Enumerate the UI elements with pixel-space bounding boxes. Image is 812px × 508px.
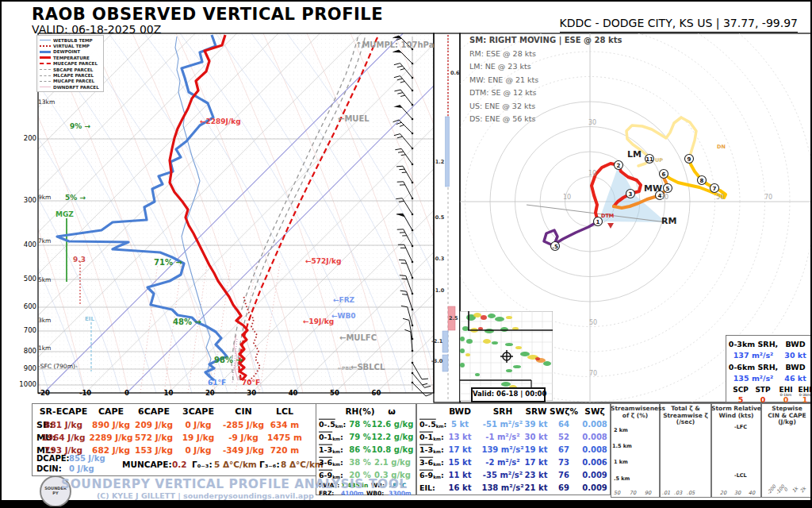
srh03-label: 0-3km SRH,: [729, 341, 778, 348]
frz-label: FRZ:: [319, 491, 334, 497]
hodograph-label-dtm: DTM: [601, 214, 614, 219]
thermo-value: 1964 J/kg: [41, 433, 85, 442]
height-label: 5km: [38, 277, 51, 283]
mini-panel-ylabel: -LCL: [734, 473, 747, 479]
kinematics-value: 139 m²/s²: [481, 446, 523, 454]
svg-text:2: 2: [617, 163, 621, 169]
kinematics-value: 0.006: [582, 459, 607, 467]
omega-value: -0.3: [433, 256, 444, 262]
kinematics-value: 5 kt: [451, 421, 469, 429]
height-label: 13km: [38, 99, 55, 106]
temp-tick-label: 60: [368, 390, 384, 397]
mini-panel-tick: .03: [672, 491, 684, 496]
legend-swatch: [40, 56, 51, 59]
rh-row-label: 3-6km:: [319, 459, 343, 468]
storm-motion-line-4: DTM: SE @ 12 kts: [469, 89, 536, 97]
svg-text:30: 30: [661, 194, 668, 201]
bwd06-label: BWD: [785, 364, 805, 371]
composite-value: 0: [760, 396, 766, 404]
temp-tick-label: -20: [36, 390, 52, 397]
svg-text:70: 70: [764, 194, 772, 201]
skewt-legend: WETBULB TEMPVIRTUAL TEMPDEWPOINTTEMPERAT…: [36, 35, 104, 92]
skewt-annotation: 9% →: [70, 123, 90, 130]
kinematics-value: 17 kt: [449, 446, 472, 454]
kinematics-value: 0.008: [582, 421, 607, 429]
kinematics-value: 13 kt: [449, 433, 472, 441]
legend-label: WETBULB TEMP: [53, 38, 93, 43]
skewt-annotation: 98% →: [214, 356, 243, 364]
legend-label: DWNDRFT PARCEL: [53, 85, 99, 90]
svg-text:10: 10: [563, 194, 571, 201]
svg-text:8: 8: [700, 178, 704, 184]
omega-value: 10.8 g/kg: [372, 446, 414, 454]
thermo-value: 881 J/kg: [44, 421, 82, 429]
kinematics-value: 16 kt: [449, 484, 472, 492]
kinematics-value: 0.008: [582, 433, 607, 441]
thermo-value: 19 J/kg: [182, 433, 215, 442]
svg-text:11: 11: [645, 156, 653, 163]
skewt-annotation: ←19J/kg: [303, 318, 334, 325]
kinematics-value: 23 kt: [525, 471, 548, 479]
mini-panel-title: Storm RelativeWind (kts): [711, 406, 761, 419]
omega-value: -3.0: [431, 359, 442, 364]
rh-value: 38 %: [349, 459, 370, 467]
legend-item: SBCAPE PARCEL: [40, 67, 102, 72]
rh-value: 86 %: [349, 446, 370, 454]
skewt-annotation: ←2289J/kg: [200, 118, 241, 125]
legend-swatch: [40, 63, 51, 64]
kinematics-row-label: EIL:: [419, 484, 435, 492]
svg-text:1: 1: [596, 219, 600, 225]
dcin-label: DCIN:: [36, 465, 62, 473]
skewt-annotation: ←MULFC: [339, 334, 377, 342]
hodograph-label-rm: RM: [661, 217, 676, 225]
legend-swatch: [40, 51, 51, 53]
mini-panel-title: Streamwisenessof ζ (%): [611, 406, 660, 419]
thermo-value: 153 J/kg: [135, 446, 173, 455]
height-label: 1km: [38, 345, 51, 352]
storm-motion-line-5: US: ENE @ 32 kts: [469, 102, 535, 110]
svg-text:50: 50: [716, 194, 724, 201]
thermo-value: 0 J/kg: [185, 421, 211, 429]
skewt-annotation: ←FRZ: [333, 297, 354, 304]
skewt-annotation: ←572J/kg: [305, 258, 341, 265]
rh-header: RH(%): [346, 407, 375, 416]
svg-text:5: 5: [666, 186, 670, 192]
bwd03-label: BWD: [785, 341, 805, 348]
kinematics-header: SWζ%: [550, 407, 578, 416]
srh06-value: 135 m²/s²: [733, 375, 773, 383]
temp-tick-label: 10: [160, 390, 176, 397]
omega-value: 12.2 g/kg: [372, 433, 414, 441]
muncape-value: 0.2: [172, 460, 187, 469]
thermo-header: CIN: [235, 407, 251, 416]
temp-tick-label: 20: [202, 390, 218, 397]
mini-panel-tick: 20: [717, 491, 730, 496]
kinematics-value: -2 m²/s²: [485, 459, 519, 467]
thermo-value: 682 J/kg: [92, 446, 130, 455]
mini-panel-ylabel: 2 km: [614, 428, 628, 433]
kinematics-value: 19 kt: [525, 446, 548, 454]
skewt-annotation: MGZ: [56, 211, 74, 218]
svg-text:.5: .5: [552, 244, 558, 250]
bwd03-value: 30 kt: [784, 352, 806, 360]
kinematics-value: 17 kt: [525, 459, 548, 467]
skewt-annotation: 70°F: [242, 379, 260, 387]
wetbulb-trace: [175, 37, 213, 380]
app-window: .5123456789111010303050705070 RAOB OBSER…: [0, 0, 812, 508]
legend-item: VIRTUAL TEMP: [40, 43, 102, 48]
svg-text:9: 9: [688, 156, 691, 163]
dtm-triangle-icon: [607, 223, 614, 229]
mini-panel-ylabel: 1 km: [614, 460, 628, 465]
skewt-annotation: 71% →: [154, 259, 182, 267]
kinematics-value: 69: [558, 484, 569, 492]
pressure-tick-label: 300: [17, 197, 36, 204]
composite-header: SCP: [733, 387, 749, 394]
temp-tick-label: 40: [285, 390, 301, 397]
svg-text:30: 30: [588, 119, 596, 126]
lapse36-label: Γ₃₋₆:: [259, 460, 280, 469]
kinematics-row-label: 1-3km:: [419, 446, 444, 455]
mini-panel-tick: 50: [611, 491, 623, 496]
muncape-label: MUNCAPE:: [122, 460, 172, 469]
thermo-value: 890 J/kg: [92, 421, 130, 429]
pressure-tick-label: 400: [17, 241, 36, 248]
skewt-annotation: 5% →: [65, 194, 86, 202]
